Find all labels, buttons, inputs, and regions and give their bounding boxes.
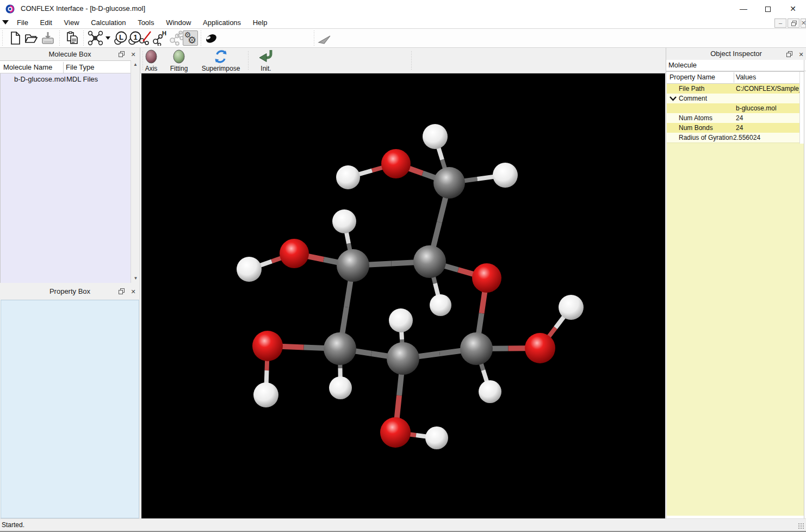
bean-button[interactable] (203, 30, 219, 46)
molecule-name-cell[interactable]: b-D-glucose.mol (14, 75, 66, 83)
display-style-dropdown[interactable] (104, 30, 112, 46)
add-hydrogen-icon: H (151, 30, 168, 46)
window-minimize-button[interactable]: — (731, 0, 755, 17)
init-label: Init. (257, 65, 275, 72)
status-bar: Started. (0, 518, 806, 531)
object-inspector-close-button[interactable]: ✕ (797, 50, 805, 59)
resize-grip[interactable] (798, 523, 804, 529)
run-arrow-icon (318, 31, 332, 45)
panel-border (804, 60, 804, 518)
menu-bar: File Edit View Calculation Tools Window … (0, 17, 806, 29)
main-toolbar: L 1 H (0, 29, 806, 48)
property-value: 24 (736, 124, 800, 132)
superimpose-button[interactable] (212, 49, 230, 66)
fitting-sphere-icon (172, 50, 185, 65)
inspector-row-radius-of-gyration[interactable]: Radius of Gyration 2.556024 (667, 133, 804, 143)
column-values[interactable]: Values (736, 73, 756, 81)
menu-edit[interactable]: Edit (35, 17, 57, 28)
edit-molecule-button[interactable] (137, 30, 152, 46)
menu-applications[interactable]: Applications (198, 17, 246, 28)
dock-divider[interactable] (140, 48, 140, 518)
init-button[interactable] (257, 49, 275, 66)
menu-calculation[interactable]: Calculation (86, 17, 131, 28)
inspector-row-comment-value[interactable]: b-glucose.mol (667, 103, 804, 113)
column-molecule-name[interactable]: Molecule Name (3, 63, 52, 71)
copy-button[interactable] (64, 30, 79, 46)
menu-file[interactable]: File (12, 17, 33, 28)
inspector-scrollbar[interactable] (799, 71, 804, 144)
atom-H (253, 382, 278, 407)
inspector-column-header: Property Name Values (667, 71, 804, 84)
bean-icon (204, 31, 218, 45)
atom-O (380, 417, 411, 448)
molecule-viewport[interactable] (141, 73, 665, 519)
settings-gears-button[interactable]: ⚙ ⚙ (183, 30, 198, 46)
add-hydrogen-button[interactable]: H (151, 30, 168, 46)
atom-C (387, 342, 419, 375)
property-box-float-button[interactable] (117, 287, 126, 296)
atom-O (381, 149, 411, 178)
display-style-button[interactable] (87, 30, 104, 46)
dock-divider[interactable] (666, 48, 666, 518)
open-file-button[interactable] (24, 30, 39, 46)
property-box-close-button[interactable]: ✕ (129, 287, 138, 296)
new-file-button[interactable] (8, 30, 23, 46)
atom-H (493, 163, 518, 188)
inspector-background (667, 143, 804, 516)
property-box-titlebar: Property Box ✕ (0, 283, 140, 300)
inspector-row-num-atoms[interactable]: Num Atoms 24 (667, 113, 804, 123)
menu-help[interactable]: Help (248, 17, 272, 28)
property-name: Comment (679, 95, 707, 102)
molecule-box-close-button[interactable]: ✕ (129, 50, 138, 59)
file-type-cell[interactable]: MDL Files (66, 75, 98, 83)
run-command-button[interactable] (317, 30, 332, 46)
label-atom-button[interactable]: L (113, 30, 128, 46)
column-property-name[interactable]: Property Name (669, 73, 715, 81)
mdi-minimize-button[interactable]: – (774, 18, 786, 28)
fitting-label: Fitting (166, 65, 191, 72)
conflex-window: CONFLEX Interface - [b-D-glucose.mol] — … (0, 0, 806, 532)
axis-button[interactable] (143, 50, 159, 66)
mdi-restore-button[interactable] (788, 18, 799, 28)
property-name: Radius of Gyration (679, 134, 733, 141)
scroll-up-icon[interactable]: ▲ (131, 60, 140, 69)
view-toolbar: Axis Fitting Superimpose (140, 48, 666, 73)
menu-overflow-icon[interactable] (2, 20, 9, 24)
label-l-icon: L (113, 30, 128, 46)
menu-view[interactable]: View (59, 17, 84, 28)
column-file-type[interactable]: File Type (66, 63, 95, 71)
toolbar-separator (247, 51, 249, 70)
toolbar-handle[interactable] (2, 30, 3, 46)
copy-icon (65, 31, 79, 45)
window-close-button[interactable]: ✕ (781, 0, 805, 17)
molecule-box-scrollbar[interactable]: ▲ ▼ (131, 60, 140, 283)
title-bar: CONFLEX Interface - [b-D-glucose.mol] — … (0, 0, 806, 17)
inspector-row-file-path[interactable]: File Path C:/CONFLEX/Sample_... (667, 84, 804, 94)
mdi-close-button[interactable]: ✕ (801, 18, 806, 28)
fitting-button[interactable] (171, 50, 187, 66)
atom-H (430, 294, 451, 316)
menu-window[interactable]: Window (161, 17, 196, 28)
toolbar-separator (59, 30, 60, 46)
scroll-down-icon[interactable]: ▼ (131, 274, 140, 283)
toolbar-separator (83, 30, 84, 46)
save-file-button[interactable] (40, 30, 55, 46)
inspector-row-num-bonds[interactable]: Num Bonds 24 (667, 123, 804, 133)
property-value: 24 (736, 114, 800, 122)
molecule-row[interactable]: b-D-glucose.mol MDL Files (1, 75, 131, 86)
molecule-box-float-button[interactable] (117, 50, 126, 59)
expand-chevron-icon[interactable] (669, 96, 677, 101)
menu-tools[interactable]: Tools (133, 17, 159, 28)
object-inspector-float-button[interactable] (785, 50, 793, 59)
molecule-box-column-header: Molecule Name File Type (0, 60, 131, 73)
inspector-row-comment[interactable]: Comment (667, 94, 804, 103)
float-icon (119, 51, 124, 57)
atom-H (559, 295, 584, 320)
svg-text:L: L (119, 33, 123, 41)
dropdown-arrow-icon (106, 36, 111, 40)
inspector-object-name[interactable]: Molecule (666, 60, 806, 71)
overlay-molecules-button[interactable] (168, 30, 184, 46)
window-maximize-button[interactable] (756, 0, 780, 17)
molecule-box-list: b-D-glucose.mol MDL Files (0, 73, 131, 283)
window-title: CONFLEX Interface - [b-D-glucose.mol] (21, 4, 145, 13)
